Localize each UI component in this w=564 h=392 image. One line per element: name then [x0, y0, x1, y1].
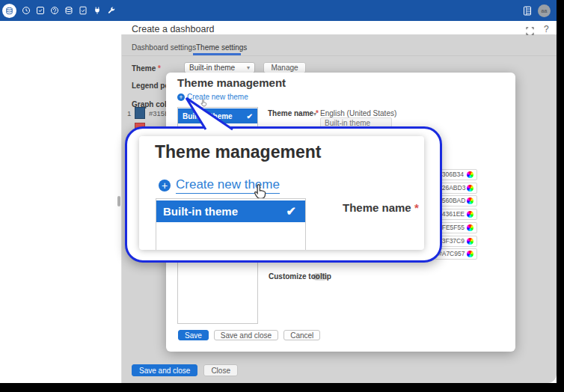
color-wheel-icon[interactable]	[467, 224, 473, 231]
required-mark: *	[158, 64, 161, 73]
color-wheel-icon[interactable]	[467, 238, 473, 245]
theme-name-label-zoomed: Theme name *	[343, 201, 419, 214]
footer-save-and-close-button[interactable]: Save and close	[132, 364, 197, 376]
approvals-icon[interactable]	[78, 6, 88, 16]
cancel-button[interactable]: Cancel	[283, 330, 320, 340]
modal-title: Theme management	[177, 76, 286, 89]
reports-icon[interactable]	[64, 6, 73, 16]
color-wheel-icon[interactable]	[467, 211, 473, 218]
required-mark: *	[316, 109, 319, 117]
theme-item-label: Built-in theme	[163, 205, 238, 218]
tab-theme-settings[interactable]: Theme settings	[196, 43, 247, 52]
plug-icon[interactable]	[92, 6, 102, 16]
color-wheel-icon[interactable]	[467, 185, 473, 192]
color-hex-value: #315B	[149, 109, 166, 117]
language-select[interactable]: English (United States)	[320, 109, 396, 117]
theme-listbox-zoomed[interactable]: Built-in theme ✔	[156, 198, 306, 250]
chevron-down-icon: ▾	[247, 64, 250, 71]
plus-circle-icon: +	[159, 180, 171, 192]
hex-value: #4361EE	[438, 210, 467, 218]
zoom-callout: Theme management + Create new theme Buil…	[125, 126, 442, 263]
wrench-icon[interactable]	[106, 6, 116, 16]
color-wheel-icon[interactable]	[467, 251, 473, 257]
data-app-icon[interactable]	[2, 4, 16, 18]
callout-title: Theme management	[155, 142, 321, 162]
tabbar-divider	[121, 55, 557, 56]
top-toolbar: aa	[0, 0, 557, 21]
modal-button-row: Save Save and close Cancel	[178, 330, 320, 340]
theme-list-item-selected-zoomed[interactable]: Built-in theme ✔	[156, 200, 305, 222]
user-avatar[interactable]: aa	[538, 4, 551, 17]
hex-value: #306B34	[438, 171, 467, 178]
callout-tail	[176, 93, 243, 132]
tab-dashboard-settings[interactable]: Dashboard settings	[132, 43, 196, 52]
theme-field-label: Theme *	[132, 64, 161, 73]
hex-value: #560BAD	[438, 197, 467, 204]
save-button[interactable]: Save	[178, 330, 209, 340]
support-icon[interactable]	[49, 6, 59, 16]
theme-name-label: Theme name *	[268, 109, 319, 117]
theme-select-value: Built-in theme	[189, 64, 235, 72]
check-icon: ✔	[247, 112, 253, 120]
tasks-icon[interactable]	[35, 6, 45, 16]
theme-select[interactable]: Built-in theme▾	[184, 62, 255, 73]
sidebar	[0, 21, 122, 383]
color-row-index: 1	[127, 109, 131, 117]
required-mark: *	[414, 201, 419, 214]
callout-card: Theme management + Create new theme Buil…	[139, 136, 424, 250]
footer-button-row: Save and close Close	[132, 364, 238, 376]
color-wheel-icon[interactable]	[467, 171, 473, 178]
hex-value: #A7C957	[438, 250, 467, 257]
hex-value: #26ABD3	[438, 184, 467, 192]
fullscreen-icon[interactable]	[526, 25, 534, 38]
page-title: Create a dashboard	[132, 24, 215, 34]
color-wheel-icon[interactable]	[467, 197, 473, 204]
clock-icon[interactable]	[21, 6, 31, 16]
apps-grid-icon[interactable]	[522, 6, 532, 16]
sidebar-scrollbar[interactable]	[117, 196, 120, 206]
check-icon: ✔	[286, 204, 296, 218]
hex-value: #FE5F55	[438, 224, 467, 231]
hex-value: #3F37C9	[438, 237, 467, 245]
manage-button[interactable]: Manage	[263, 62, 306, 73]
application: aa Master Data - Reference ▾ Customer Ad…	[0, 0, 564, 392]
legend-position-label: Legend position	[132, 82, 166, 90]
save-and-close-button[interactable]: Save and close	[214, 330, 278, 340]
color-swatch[interactable]	[135, 107, 145, 119]
active-tab-underline	[193, 53, 241, 55]
help-icon[interactable]: ?	[544, 24, 549, 34]
customize-tooltip-label: Customize tooltip	[269, 272, 331, 281]
footer-close-button[interactable]: Close	[203, 364, 238, 376]
topbar-right-group: aa	[518, 4, 551, 17]
